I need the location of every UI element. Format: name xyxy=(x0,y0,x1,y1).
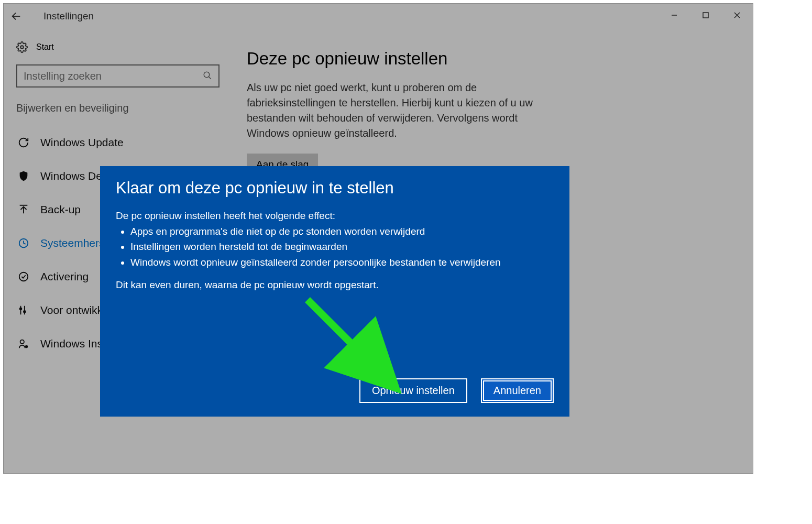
dialog-title: Klaar om deze pc opnieuw in te stellen xyxy=(116,179,554,198)
reset-dialog: Klaar om deze pc opnieuw in te stellen D… xyxy=(100,166,569,417)
dialog-lead: De pc opnieuw instellen heeft het volgen… xyxy=(116,210,554,222)
dialog-note: Dit kan even duren, waarna de pc opnieuw… xyxy=(116,279,554,291)
settings-window: Instellingen Start xyxy=(3,3,753,474)
dialog-bullet: Windows wordt opnieuw geïnstalleerd zond… xyxy=(130,255,554,270)
dialog-bullet: Apps en programma's die niet op de pc st… xyxy=(130,224,554,239)
cancel-button[interactable]: Annuleren xyxy=(481,378,554,403)
dialog-bullet-list: Apps en programma's die niet op de pc st… xyxy=(116,224,554,270)
dialog-bullet: Instellingen worden hersteld tot de begi… xyxy=(130,239,554,254)
reset-button[interactable]: Opnieuw instellen xyxy=(359,378,467,403)
dialog-buttons: Opnieuw instellen Annuleren xyxy=(359,378,554,403)
